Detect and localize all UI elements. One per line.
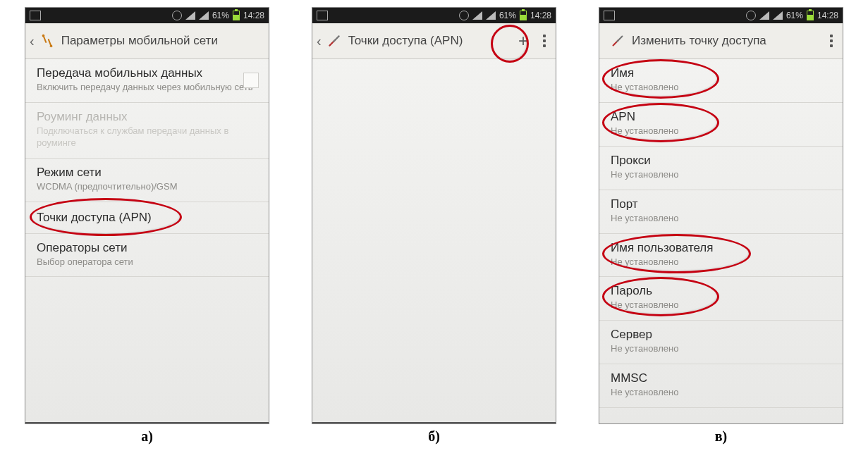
status-bar: 61% 14:28	[599, 8, 843, 23]
field-apn[interactable]: APN Не установлено	[599, 103, 843, 147]
page-title: Изменить точку доступа	[632, 34, 824, 48]
signal-icon	[185, 11, 195, 20]
svg-point-0	[42, 35, 44, 37]
clock: 14:28	[530, 11, 551, 20]
item-data-roaming: Роуминг данных Подключаться к службам пе…	[25, 103, 269, 159]
field-port[interactable]: Порт Не установлено	[599, 190, 843, 234]
signal-icon	[472, 11, 482, 20]
settings-list: Передача мобильных данных Включить перед…	[25, 59, 269, 422]
picture-icon	[317, 11, 328, 20]
apn-list-empty	[312, 59, 556, 422]
add-apn-button[interactable]: +	[509, 27, 537, 55]
signal-icon	[199, 11, 209, 20]
signal-icon	[773, 11, 783, 20]
field-server[interactable]: Сервер Не установлено	[599, 321, 843, 364]
status-bar: 61% 14:28	[312, 8, 556, 23]
signal-icon	[486, 11, 496, 20]
clock: 14:28	[243, 11, 264, 20]
page-title: Параметры мобильной сети	[61, 34, 264, 48]
battery-text: 61%	[786, 11, 803, 20]
back-button[interactable]: ‹	[317, 30, 323, 52]
app-bar: Изменить точку доступа	[599, 23, 843, 59]
battery-text: 61%	[212, 11, 229, 20]
field-mmsc[interactable]: MMSC Не установлено	[599, 364, 843, 408]
item-network-mode[interactable]: Режим сети WCDMA (предпочтительно)/GSM	[25, 159, 269, 202]
sync-icon	[459, 11, 469, 20]
item-operators[interactable]: Операторы сети Выбор оператора сети	[25, 234, 269, 278]
overflow-menu-button[interactable]	[824, 29, 838, 53]
screen-c: 61% 14:28 Изменить точку доступа Имя Не …	[599, 7, 843, 424]
item-apn[interactable]: Точки доступа (APN)	[25, 202, 269, 234]
overflow-menu-button[interactable]	[537, 29, 551, 53]
svg-point-1	[49, 45, 52, 48]
status-bar: 61% 14:28	[25, 8, 269, 23]
app-bar: ‹ Параметры мобильной сети	[25, 23, 269, 59]
checkbox-mobile-data[interactable]	[243, 73, 259, 88]
battery-icon	[520, 11, 527, 20]
page-title: Точки доступа (APN)	[348, 34, 509, 48]
field-name[interactable]: Имя Не установлено	[599, 59, 843, 103]
sync-icon	[172, 11, 182, 20]
caption-b: б)	[428, 428, 440, 445]
signal-icon	[759, 11, 769, 20]
caption-c: в)	[715, 428, 727, 445]
screen-a: 61% 14:28 ‹ Параметры мобильной сети Пер…	[25, 7, 269, 424]
tools-icon	[326, 32, 343, 49]
back-button[interactable]: ‹	[30, 30, 36, 52]
apn-fields-list: Имя Не установлено APN Не установлено Пр…	[599, 59, 843, 423]
picture-icon	[30, 11, 41, 20]
item-mobile-data[interactable]: Передача мобильных данных Включить перед…	[25, 59, 269, 103]
battery-icon	[233, 11, 240, 20]
field-proxy[interactable]: Прокси Не установлено	[599, 147, 843, 190]
app-bar: ‹ Точки доступа (APN) +	[312, 23, 556, 59]
sync-icon	[746, 11, 756, 20]
clock: 14:28	[817, 11, 838, 20]
tools-icon	[609, 32, 626, 49]
field-password[interactable]: Пароль Не установлено	[599, 277, 843, 321]
caption-a: а)	[141, 428, 153, 445]
picture-icon	[604, 11, 615, 20]
settings-icon	[39, 32, 56, 49]
battery-icon	[807, 11, 814, 20]
field-username[interactable]: Имя пользователя Не установлено	[599, 234, 843, 278]
battery-text: 61%	[499, 11, 516, 20]
screen-b: 61% 14:28 ‹ Точки доступа (APN) +	[312, 7, 556, 424]
